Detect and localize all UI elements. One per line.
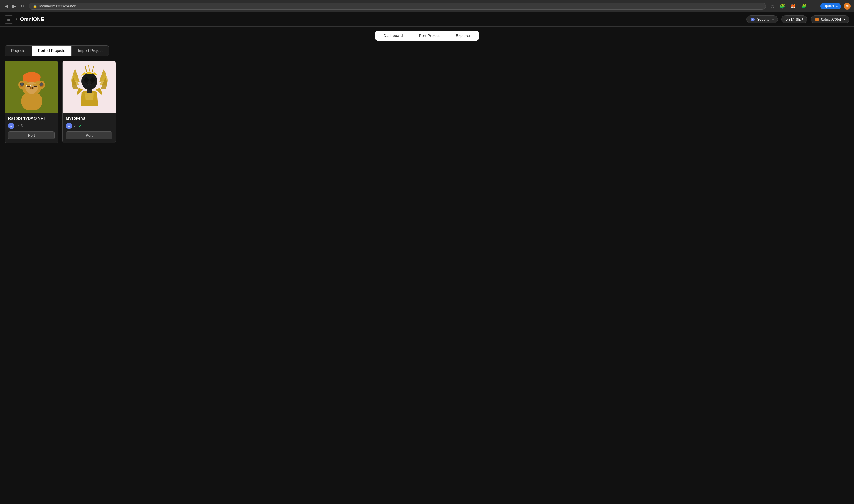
svg-point-26 — [90, 77, 95, 83]
project-card-body-raspberrydao: RaspberryDAO NFT Ξ ↗ © Port — [5, 113, 58, 143]
nav-tabs-container: Dashboard Port Project Explorer — [0, 26, 854, 41]
svg-point-14 — [26, 84, 31, 86]
project-image-mytoken3 — [63, 61, 116, 113]
project-icons-raspberrydao: Ξ ↗ © — [8, 123, 55, 129]
project-icons-mytoken3: Ξ ↗ ✔ — [66, 123, 112, 129]
external-link-icon-2[interactable]: ↗ — [74, 124, 77, 128]
content-area: Projects Ported Projects Import Project — [0, 41, 854, 504]
bookmark-icon[interactable]: ☆ — [769, 2, 776, 10]
project-image-raspberrydao — [5, 61, 58, 113]
svg-point-19 — [28, 89, 36, 94]
browser-chrome: ◀ ▶ ↻ 🔒 localhost:3000/creator ☆ 🧩 🦊 🧩 ⋮… — [0, 0, 854, 13]
network-chevron-icon: ▾ — [772, 18, 773, 21]
copyright-icon: © — [21, 124, 23, 128]
forward-button[interactable]: ▶ — [11, 3, 17, 10]
profile-button[interactable]: M — [844, 3, 851, 10]
slash-divider: / — [16, 16, 17, 22]
eth-network-icon-2: Ξ — [66, 123, 72, 129]
eth-network-icon: Ξ — [8, 123, 14, 129]
svg-point-24 — [82, 73, 97, 90]
inner-tab-import-project[interactable]: Import Project — [72, 46, 109, 56]
wallet-address: 0x5d...C05d — [821, 17, 841, 21]
network-selector-button[interactable]: Ξ Sepolia ▾ — [746, 15, 778, 23]
port-button-raspberrydao[interactable]: Port — [8, 131, 55, 140]
wallet-chevron-icon: ▾ — [844, 18, 845, 21]
svg-point-18 — [32, 87, 33, 89]
project-card-mytoken3: MyToken3 Ξ ↗ ✔ Port — [62, 60, 116, 143]
fox-icon[interactable]: 🦊 — [789, 2, 797, 10]
svg-point-25 — [84, 77, 89, 83]
update-chevron: » — [836, 4, 838, 8]
tab-explorer[interactable]: Explorer — [448, 31, 479, 41]
app-title: OmniONE — [20, 16, 44, 22]
ape-illustration — [12, 65, 52, 110]
menu-icon[interactable]: ⋮ — [811, 2, 818, 10]
tab-dashboard[interactable]: Dashboard — [375, 31, 411, 41]
inner-tab-projects[interactable]: Projects — [5, 46, 32, 56]
network-label: Sepolia — [757, 17, 769, 21]
update-label: Update — [824, 4, 835, 8]
eth-icon: Ξ — [751, 18, 755, 21]
update-button[interactable]: Update » — [820, 3, 841, 9]
browser-actions: ☆ 🧩 🦊 🧩 ⋮ Update » M — [769, 2, 851, 10]
address-bar[interactable]: 🔒 localhost:3000/creator — [29, 2, 766, 10]
app-header-right: Ξ Sepolia ▾ 0.814 SEP 0x5d...C05d ▾ — [746, 15, 850, 23]
wallet-dot-icon — [815, 18, 819, 21]
svg-point-20 — [20, 83, 24, 86]
tab-port-project[interactable]: Port Project — [411, 31, 448, 41]
wallet-button[interactable]: 0x5d...C05d ▾ — [811, 15, 850, 23]
nav-tabs: Dashboard Port Project Explorer — [375, 31, 479, 41]
browser-nav-buttons: ◀ ▶ ↻ — [3, 3, 25, 10]
inner-tab-ported-projects[interactable]: Ported Projects — [32, 46, 72, 56]
app-header-left: ☰ / OmniONE — [4, 15, 44, 24]
project-card-body-mytoken3: MyToken3 Ξ ↗ ✔ Port — [63, 113, 116, 143]
balance-display: 0.814 SEP — [781, 15, 807, 23]
project-card-raspberrydao: RaspberryDAO NFT Ξ ↗ © Port — [4, 60, 58, 143]
svg-point-21 — [40, 83, 43, 86]
external-link-icon-1[interactable]: ↗ — [16, 124, 19, 128]
checkmark-verified-icon: ✔ — [78, 123, 82, 129]
warrior-illustration — [71, 64, 108, 110]
lock-icon: 🔒 — [33, 4, 37, 8]
project-name-raspberrydao: RaspberryDAO NFT — [8, 116, 55, 121]
sidebar-toggle-button[interactable]: ☰ — [4, 15, 13, 24]
port-button-mytoken3[interactable]: Port — [66, 131, 112, 140]
refresh-button[interactable]: ↻ — [19, 3, 25, 10]
svg-point-17 — [30, 87, 31, 89]
url-text: localhost:3000/creator — [39, 4, 75, 8]
sidebar-toggle-icon: ☰ — [7, 17, 11, 22]
svg-rect-8 — [23, 77, 40, 80]
project-name-mytoken3: MyToken3 — [66, 116, 112, 121]
back-button[interactable]: ◀ — [3, 3, 9, 10]
inner-tabs: Projects Ported Projects Import Project — [4, 45, 109, 56]
projects-grid: RaspberryDAO NFT Ξ ↗ © Port — [4, 60, 850, 147]
extensions-icon[interactable]: 🧩 — [779, 2, 786, 10]
puzzle-icon[interactable]: 🧩 — [800, 2, 808, 10]
app-header: ☰ / OmniONE Ξ Sepolia ▾ 0.814 SEP 0x5d..… — [0, 13, 854, 26]
svg-point-15 — [33, 84, 37, 86]
